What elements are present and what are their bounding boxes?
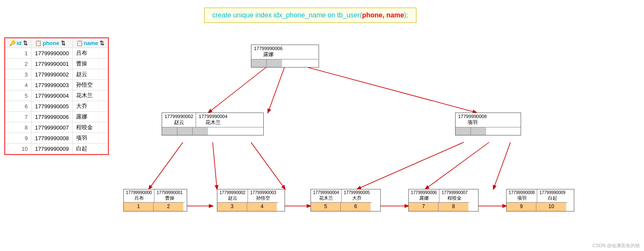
leaf5-cell1: 17799990008 项羽 [507, 189, 537, 203]
cell-phone: 17799990000 [31, 48, 73, 59]
leaf-node-3: 17799990004 花木兰 17799990005 大乔 5 6 [311, 189, 381, 212]
cell-name: 大乔 [72, 101, 108, 112]
level2-right-node: 17799990008 项羽 [455, 113, 521, 135]
connector-svg [119, 23, 630, 248]
cell-name: 吕布 [72, 48, 108, 59]
cell-name: 曹操 [72, 59, 108, 69]
leaf3-rowid2: 6 [341, 203, 370, 211]
leaf1-cell2: 17799990001 曹操 [154, 189, 185, 203]
col-phone-header: 📋phone ⇅ [31, 39, 73, 48]
leaf2-cell1: 17799990002 赵云 [217, 189, 248, 203]
l2r-ptr-2 [471, 127, 486, 135]
svg-line-0 [208, 66, 268, 113]
cell-phone: 17799990003 [31, 80, 73, 90]
l2r-ptr-1 [456, 127, 471, 135]
cell-phone: 17799990007 [31, 122, 73, 133]
leaf5-rowid1: 9 [507, 203, 536, 211]
leaf5-cell2: 17799990009 白起 [537, 189, 567, 203]
cell-name: 花木兰 [72, 90, 108, 101]
sql-prefix: create unique index idx_phone_name on tb… [212, 11, 362, 19]
col-name-header: 📋name ⇅ [72, 39, 108, 48]
table-row: 4 17799990003 孙悟空 [6, 80, 108, 90]
table-row: 10 17799990009 白起 [6, 144, 108, 154]
table-row: 7 17799990006 露娜 [6, 112, 108, 122]
cell-id: 4 [6, 80, 31, 90]
svg-line-2 [302, 66, 476, 113]
table-row: 1 17799990000 吕布 [6, 48, 108, 59]
table-row: 9 17799990008 项羽 [6, 133, 108, 144]
l2l-ptr-3 [193, 127, 208, 135]
leaf2-cell2: 17799990003 孙悟空 [248, 189, 278, 203]
leaf1-rowid1: 1 [124, 203, 154, 211]
leaf4-rowid2: 8 [439, 203, 468, 211]
leaf3-cell2: 17799990005 大乔 [342, 189, 372, 203]
svg-line-1 [268, 66, 285, 113]
l2l-ptr-1 [162, 127, 177, 135]
l2l-cell2: 17799990004 花木兰 [196, 113, 230, 127]
leaf-node-5: 17799990008 项羽 17799990009 白起 9 10 [506, 189, 574, 212]
cell-phone: 17799990002 [31, 69, 73, 80]
cell-id: 9 [6, 133, 31, 144]
table-row: 5 17799990004 花木兰 [6, 90, 108, 101]
cell-name: 项羽 [72, 133, 108, 144]
leaf2-rowid1: 3 [217, 203, 247, 211]
leaf-node-4: 17799990006 露娜 17799990007 程咬金 7 8 [408, 189, 479, 212]
root-cell: 17799990006 露娜 [251, 45, 285, 59]
leaf4-cell2: 17799990007 程咬金 [439, 189, 470, 203]
root-ptr-1 [251, 59, 267, 67]
cell-name: 赵云 [72, 69, 108, 80]
cell-id: 7 [6, 112, 31, 122]
cell-phone: 17799990006 [31, 112, 73, 122]
level2-left-node: 17799990002 赵云 17799990004 花木兰 [162, 113, 264, 135]
svg-line-3 [149, 142, 183, 189]
watermark: CSDN @临渊羡鱼的猫 [593, 243, 640, 249]
tree-container: 17799990006 露娜 17799990002 赵云 1779999000… [119, 23, 630, 248]
leaf-node-2: 17799990002 赵云 17799990003 孙悟空 3 4 [217, 189, 285, 212]
l2r-cell: 17799990008 项羽 [456, 113, 489, 127]
table-row: 8 17799990007 程咬金 [6, 122, 108, 133]
cell-id: 2 [6, 59, 31, 69]
leaf2-rowid2: 4 [247, 203, 277, 211]
svg-line-7 [425, 142, 489, 189]
table-row: 3 17799990002 赵云 [6, 69, 108, 80]
cell-id: 6 [6, 101, 31, 112]
cell-name: 露娜 [72, 112, 108, 122]
cell-phone: 17799990001 [31, 59, 73, 69]
leaf4-rowid1: 7 [409, 203, 439, 211]
leaf-node-1: 17799990000 吕布 17799990001 曹操 1 2 [123, 189, 187, 212]
data-table: 🔑id ⇅ 📋phone ⇅ 📋name ⇅ 1 17799990000 吕布 … [5, 38, 108, 154]
sql-highlight: phone, name [362, 11, 404, 19]
leaf1-rowid2: 2 [154, 203, 183, 211]
cell-id: 10 [6, 144, 31, 154]
cell-name: 孙悟空 [72, 80, 108, 90]
svg-line-4 [213, 142, 217, 189]
l2l-ptr-2 [177, 127, 193, 135]
data-table-wrapper: 🔑id ⇅ 📋phone ⇅ 📋name ⇅ 1 17799990000 吕布 … [4, 37, 109, 155]
cell-phone: 17799990009 [31, 144, 73, 154]
cell-phone: 17799990004 [31, 90, 73, 101]
cell-id: 3 [6, 69, 31, 80]
svg-line-6 [357, 142, 464, 189]
cell-id: 1 [6, 48, 31, 59]
root-node: 17799990006 露娜 [251, 45, 319, 68]
table-row: 2 17799990001 曹操 [6, 59, 108, 69]
cell-name: 程咬金 [72, 122, 108, 133]
leaf5-rowid2: 10 [536, 203, 566, 211]
cell-id: 8 [6, 122, 31, 133]
sql-suffix: ); [404, 11, 408, 19]
table-row: 6 17799990005 大乔 [6, 101, 108, 112]
cell-phone: 17799990005 [31, 101, 73, 112]
cell-name: 白起 [72, 144, 108, 154]
l2l-cell1: 17799990002 赵云 [162, 113, 196, 127]
cell-phone: 17799990008 [31, 133, 73, 144]
svg-line-5 [251, 142, 285, 189]
root-ptr-2 [267, 59, 282, 67]
leaf3-rowid1: 5 [311, 203, 341, 211]
leaf4-cell1: 17799990006 露娜 [409, 189, 439, 203]
sql-box: create unique index idx_phone_name on tb… [204, 8, 416, 23]
leaf3-cell1: 17799990004 花木兰 [311, 189, 342, 203]
svg-line-8 [493, 142, 510, 189]
col-id-header: 🔑id ⇅ [6, 39, 31, 48]
leaf1-cell1: 17799990000 吕布 [124, 189, 154, 203]
cell-id: 5 [6, 90, 31, 101]
